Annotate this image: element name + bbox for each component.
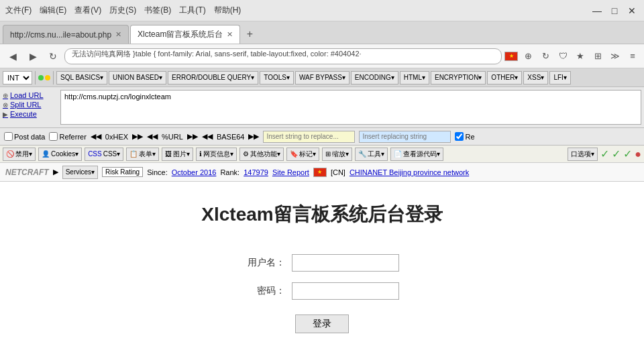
images-label: 图片▾: [173, 150, 190, 159]
menu-tools[interactable]: 工具(T): [179, 5, 205, 16]
info-icon: ℹ: [199, 150, 202, 158]
username-input[interactable]: [292, 254, 399, 272]
security-icon[interactable]: 🛡: [555, 49, 570, 64]
search-icon[interactable]: ⊞: [590, 49, 605, 64]
check-green1[interactable]: ✓: [600, 148, 609, 160]
check-red[interactable]: ●: [635, 148, 641, 160]
images-btn[interactable]: 🖼 图片▾: [162, 148, 193, 161]
right-arrow1: ▶▶: [132, 132, 143, 141]
close-button[interactable]: ✕: [625, 4, 639, 17]
reload-button[interactable]: ↻: [44, 48, 62, 65]
password-input[interactable]: [292, 282, 399, 300]
menu-view[interactable]: 查看(V): [74, 5, 101, 16]
login-form: 用户名： 密码： 登录: [245, 254, 399, 333]
disabled-label: 禁用▾: [15, 150, 32, 159]
bookmarks-btn[interactable]: 🔖 标记▾: [286, 148, 319, 161]
since-date-link[interactable]: October 2016: [172, 168, 217, 176]
encryption-btn[interactable]: ENCRYPTION▾: [431, 71, 486, 84]
maximize-button[interactable]: □: [608, 4, 621, 17]
cookies-btn[interactable]: 👤 Cookies▾: [38, 148, 82, 161]
tools-addon-icon: 🔧: [358, 150, 366, 158]
new-tab-button[interactable]: +: [241, 25, 258, 44]
percent-url-label: %URL: [162, 133, 183, 141]
network-link[interactable]: CHINANET Beijing province network: [350, 168, 469, 176]
referrer-checkbox[interactable]: Referrer: [49, 132, 86, 141]
resize-btn[interactable]: ⊞ 缩放▾: [322, 148, 352, 161]
forward-button[interactable]: ▶: [24, 48, 42, 65]
services-btn[interactable]: Services▾: [62, 166, 98, 179]
star-icon[interactable]: ★: [573, 49, 588, 64]
waf-bypass-btn[interactable]: WAF BYPASS▾: [295, 71, 350, 84]
execute-label: Execute: [10, 110, 37, 118]
check-green3[interactable]: ✓: [623, 148, 632, 160]
referrer-label: Referrer: [59, 133, 86, 141]
css-icon: CSS: [88, 150, 102, 158]
xss-btn[interactable]: XSS▾: [523, 71, 548, 84]
menu-file[interactable]: 文件(F): [5, 5, 32, 16]
int-select[interactable]: INT: [3, 71, 32, 84]
referrer-check[interactable]: [49, 132, 58, 141]
password-label: 密码：: [245, 285, 285, 297]
insert-string-input[interactable]: [263, 131, 355, 143]
menu-history[interactable]: 历史(S): [109, 5, 136, 16]
insert-replacing-input[interactable]: [359, 131, 451, 143]
other-btn[interactable]: OTHER▾: [487, 71, 522, 84]
tab-xlcteam-close[interactable]: ✕: [227, 30, 233, 39]
bookmarks-label: 标记▾: [299, 150, 316, 159]
tab-about-close[interactable]: ✕: [115, 30, 121, 39]
view-source-btn[interactable]: 📄 查看源代码▾: [390, 148, 443, 161]
load-url-button[interactable]: ⊕ Load URL: [3, 91, 56, 99]
re-checkbox[interactable]: Re: [455, 132, 474, 141]
tab-about[interactable]: http://cms.nu...ile=about.php ✕: [3, 25, 129, 44]
tools-btn[interactable]: TOOLS▾: [260, 71, 294, 84]
url-actions: ⊕ Load URL ⊗ Split URL ▶ Execute: [3, 90, 56, 118]
union-based-btn[interactable]: UNION BASED▾: [109, 71, 166, 84]
tab-about-label: http://cms.nu...ile=about.php: [10, 30, 111, 40]
css-btn[interactable]: CSS CSS▾: [85, 148, 123, 161]
menu-bookmarks[interactable]: 书签(B): [144, 5, 171, 16]
url-input[interactable]: http://cms.nuptzj.cn/loginxlcteam: [60, 90, 641, 125]
more-icon[interactable]: ≫: [608, 49, 623, 64]
forms-btn[interactable]: 📋 表单▾: [126, 148, 159, 161]
menu-help[interactable]: 帮助(H): [214, 5, 241, 16]
green-dot-icon: [38, 75, 44, 80]
info-btn[interactable]: ℹ 网页信息▾: [196, 148, 237, 161]
post-data-checkbox[interactable]: Post data: [4, 132, 45, 141]
tab-xlcteam[interactable]: Xlcteam留言板系统后台 ✕: [130, 25, 240, 44]
encoding-btn[interactable]: ENCODING▾: [351, 71, 398, 84]
translate-icon[interactable]: ⊕: [521, 49, 535, 64]
right-arrow2: ▶▶: [187, 132, 198, 141]
refresh-icon[interactable]: ↻: [538, 49, 553, 64]
error-double-btn[interactable]: ERROR/DOUBLE QUERY▾: [168, 71, 258, 84]
other-features-btn[interactable]: ⚙ 其他功能▾: [239, 148, 284, 161]
re-check[interactable]: [455, 132, 464, 141]
lfi-btn[interactable]: LFI▾: [549, 71, 570, 84]
html-btn[interactable]: HTML▾: [400, 71, 429, 84]
resize-icon: ⊞: [325, 150, 331, 158]
address-input[interactable]: 无法访问纯真网络 }table { font-family: Arial, sa…: [64, 48, 502, 64]
split-url-button[interactable]: ⊗ Split URL: [3, 101, 56, 109]
post-data-label: Post data: [14, 133, 45, 141]
menu-icon[interactable]: ≡: [625, 49, 640, 64]
check-green2[interactable]: ✓: [612, 148, 621, 160]
tools-addon-btn[interactable]: 🔧 工具▾: [355, 148, 388, 161]
options-bar: Post data Referrer ◀◀ 0xHEX ▶▶ ◀◀ %URL ▶…: [0, 128, 644, 146]
execute-button[interactable]: ▶ Execute: [3, 110, 56, 118]
info-label: 网页信息▾: [203, 150, 233, 159]
tools-addon-label: 工具▾: [368, 150, 384, 159]
url-area: ⊕ Load URL ⊗ Split URL ▶ Execute http://…: [0, 87, 644, 128]
cn-flag-icon: ★: [313, 168, 327, 177]
minimize-button[interactable]: —: [590, 4, 604, 17]
back-button[interactable]: ◀: [4, 48, 21, 65]
site-report-link[interactable]: Site Report: [272, 168, 309, 176]
disabled-btn[interactable]: 🚫 禁用▾: [3, 148, 36, 161]
login-button[interactable]: 登录: [295, 314, 349, 333]
post-data-check[interactable]: [4, 132, 13, 141]
window-controls: — □ ✕: [590, 4, 639, 17]
sql-basics-btn[interactable]: SQL BASICS▾: [56, 71, 107, 84]
rank-value-link[interactable]: 147979: [244, 168, 268, 176]
view-source-label: 查看源代码▾: [403, 150, 440, 159]
options-addon-btn[interactable]: 口选项▾: [568, 148, 598, 161]
menu-edit[interactable]: 编辑(E): [40, 5, 66, 16]
divider1: [35, 71, 36, 84]
